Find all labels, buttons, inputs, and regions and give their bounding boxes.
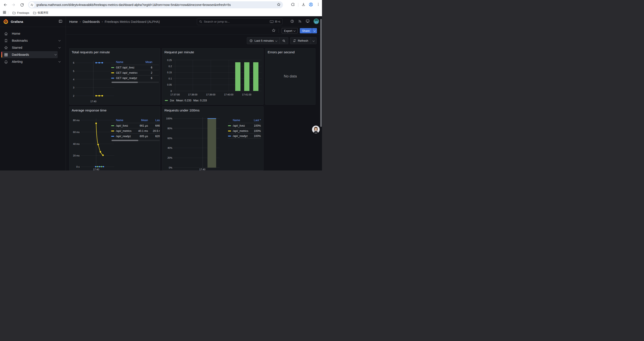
series-swatch xyxy=(111,72,114,73)
back-icon[interactable] xyxy=(2,2,8,8)
panel-title[interactable]: Requests under 100ms xyxy=(162,107,263,112)
page-scrollbar[interactable] xyxy=(320,19,322,127)
share-menu-button[interactable] xyxy=(312,28,317,33)
panel-title[interactable]: Average response time xyxy=(70,107,160,112)
series-metrics xyxy=(95,123,104,156)
browser-toolbar: grafana.mathmast.com/d/deytv4rwavabkb/fr… xyxy=(0,0,322,10)
search-icon xyxy=(199,20,202,23)
chevron-down-icon xyxy=(312,40,315,42)
apps-grid-icon[interactable] xyxy=(3,11,6,15)
legend-series-name[interactable]: 2xx xyxy=(170,99,174,102)
time-range-picker[interactable]: Last 5 minutes xyxy=(247,38,280,44)
legend-col-name[interactable]: Name xyxy=(228,119,248,122)
sidebar-item-label: Bookmarks xyxy=(12,39,55,42)
chevron-down-icon[interactable] xyxy=(58,60,61,62)
clock-icon xyxy=(250,39,253,42)
url-text[interactable]: grafana.mathmast.com/d/deytv4rwavabkb/fr… xyxy=(36,3,277,7)
refresh-icon xyxy=(293,39,296,42)
series-swatch xyxy=(111,78,114,79)
bookmark-star-icon[interactable] xyxy=(277,3,281,8)
legend-col-mean[interactable]: Mean xyxy=(132,119,148,122)
legend-row[interactable]: GET /api/_readyz 6 xyxy=(111,75,159,81)
bookmark-folder-blogs[interactable]: 收藏博客 xyxy=(31,10,50,15)
breadcrumb-dashboards[interactable]: Dashboards xyxy=(83,20,100,24)
chevron-down-icon[interactable] xyxy=(58,46,61,48)
profile-icon[interactable] xyxy=(309,2,313,8)
svg-text:0.05: 0.05 xyxy=(167,83,172,86)
chevron-down-icon[interactable] xyxy=(54,53,57,55)
time-series-chart[interactable]: 80 ms 60 ms 40 ms 20 ms 0 s 17:40 xyxy=(71,115,115,171)
panel-title[interactable]: Total requests per minute xyxy=(70,49,160,54)
search-input[interactable]: Search or jump to... ⌘+k xyxy=(197,18,282,25)
search-placeholder: Search or jump to... xyxy=(204,20,268,23)
svg-text:40%: 40% xyxy=(168,147,172,149)
help-icon[interactable] xyxy=(290,19,294,24)
svg-text:17:38:00: 17:38:00 xyxy=(188,93,198,96)
legend-row[interactable]: GET /api/_metrics 2 xyxy=(111,70,159,75)
sidebar-item-alerting[interactable]: Alerting xyxy=(1,58,62,65)
sidebar-item-dashboards[interactable]: Dashboards xyxy=(1,51,58,58)
legend-col-name[interactable]: Name xyxy=(111,61,138,64)
brand-name: Grafana xyxy=(11,20,23,24)
series-swatch xyxy=(165,100,168,101)
legend-col-mean[interactable]: Mean xyxy=(138,61,159,64)
breadcrumb-home[interactable]: Home xyxy=(69,20,78,24)
star-icon xyxy=(4,46,8,50)
legend-row[interactable]: GET /api/_livez 6 xyxy=(111,65,159,70)
download-icon[interactable] xyxy=(302,3,306,8)
sidebar-item-home[interactable]: Home xyxy=(1,30,62,37)
legend-table: Name Last * /api/_livez 100% /api/_metri… xyxy=(228,118,261,139)
legend-col-last[interactable]: Las xyxy=(148,119,160,122)
legend-row[interactable]: /api/_livez 661 µs 646 xyxy=(111,123,160,128)
refresh-button[interactable]: Refresh xyxy=(290,38,310,44)
home-icon xyxy=(4,32,8,36)
legend-scrollbar[interactable] xyxy=(111,140,160,141)
time-series-chart[interactable]: 6 5 4 3 2 17:40 xyxy=(71,56,115,103)
panel-title[interactable]: Request per minute xyxy=(162,49,263,54)
svg-text:0 s: 0 s xyxy=(76,165,80,168)
bar-chart[interactable]: 0.25 0.2 0.15 0.1 0.05 0 17:37:00 17:38:… xyxy=(164,56,262,98)
sidebar-item-bookmarks[interactable]: Bookmarks xyxy=(1,37,62,44)
refresh-interval-button[interactable] xyxy=(311,38,316,44)
monitor-icon[interactable] xyxy=(306,19,310,24)
breadcrumb-separator: › xyxy=(80,20,81,23)
legend-row[interactable]: /api/_livez 100% xyxy=(228,123,261,128)
svg-text:80%: 80% xyxy=(168,127,172,130)
series-swatch xyxy=(111,125,114,126)
favorite-star-icon[interactable] xyxy=(272,28,276,33)
floating-avatar[interactable] xyxy=(312,126,320,133)
legend-row[interactable]: /api/_metrics 40.1 ms 20.5 r xyxy=(111,128,160,133)
legend-col-last[interactable]: Last * xyxy=(248,119,261,122)
chevron-down-icon[interactable] xyxy=(58,39,61,41)
browser-menu-icon[interactable] xyxy=(316,3,320,7)
sidebar-item-starred[interactable]: Starred xyxy=(1,44,62,51)
svg-text:20%: 20% xyxy=(168,156,172,159)
reload-icon[interactable] xyxy=(19,2,25,8)
extensions-icon[interactable] xyxy=(291,3,295,8)
user-avatar[interactable] xyxy=(314,19,319,25)
bookmarks-divider xyxy=(8,11,8,15)
bar-chart[interactable]: 100% 80% 60% 40% 20% 0% 17:40 xyxy=(164,115,220,171)
address-bar[interactable]: grafana.mathmast.com/d/deytv4rwavabkb/fr… xyxy=(28,1,283,8)
legend-row[interactable]: /api/_readyz 100% xyxy=(228,133,261,139)
grafana-logo-icon[interactable] xyxy=(3,19,8,24)
grid-icon xyxy=(4,53,8,57)
export-button[interactable]: Export xyxy=(282,28,298,33)
bookmark-folder-freeleaps[interactable]: Freeleaps xyxy=(10,11,31,15)
legend-col-name[interactable]: Name xyxy=(111,119,132,122)
news-rss-icon[interactable] xyxy=(298,19,302,24)
forward-icon[interactable] xyxy=(10,2,17,8)
folder-icon xyxy=(12,11,16,15)
legend-row[interactable]: /api/_readyz 605 µs 620 xyxy=(111,133,160,139)
svg-text:17:37:00: 17:37:00 xyxy=(170,93,180,96)
panel-title[interactable]: Errors per second xyxy=(266,49,315,54)
zoom-out-icon xyxy=(282,39,286,43)
legend-row[interactable]: /api/_metrics 100% xyxy=(228,128,261,133)
side-nav: Home Bookmarks Starred Dashboards Alerti… xyxy=(0,27,66,171)
legend-scrollbar[interactable] xyxy=(111,82,159,83)
site-info-icon[interactable] xyxy=(29,2,35,8)
share-button[interactable]: Share xyxy=(300,28,312,33)
panel-errors-per-second: Errors per second No data xyxy=(265,48,316,105)
sidebar-toggle-icon[interactable] xyxy=(58,19,62,24)
zoom-out-button[interactable] xyxy=(280,38,288,44)
